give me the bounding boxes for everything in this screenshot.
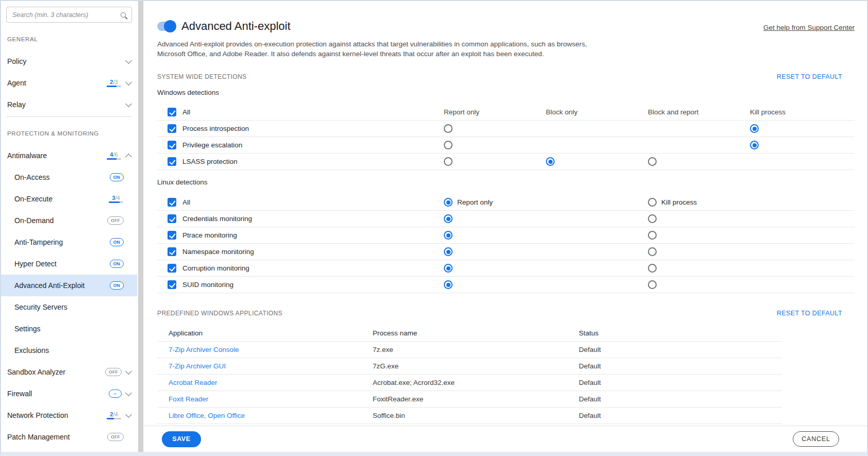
sidebar-item-firewall[interactable]: Firewall– — [1, 383, 137, 404]
detection-row: AllReport onlyBlock onlyBlock and report… — [157, 104, 855, 121]
checkbox-credentials-monitoring[interactable] — [168, 214, 176, 223]
radio-report-only[interactable] — [444, 214, 453, 223]
radio-report-only[interactable] — [444, 157, 453, 166]
progress-badge: 2/4 — [106, 411, 122, 419]
radio-report-only[interactable] — [444, 247, 453, 256]
sidebar-item-meta: ON — [110, 173, 124, 181]
sidebar-item-meta: 4/6 — [106, 151, 131, 160]
sidebar-item-on-execute[interactable]: On-Execute3/4 — [1, 188, 137, 210]
checkbox-privilege-escalation[interactable] — [168, 141, 176, 149]
linux-detections-table: AllReport onlyKill processCredentials mo… — [157, 194, 855, 293]
progress-badge-text: 2/3 — [110, 79, 118, 85]
sidebar-item-antimalware[interactable]: Antimalware4/6 — [1, 145, 137, 166]
status-badge-on: ON — [110, 260, 124, 268]
radio-report-only[interactable] — [444, 141, 453, 149]
progress-badge-text: 2/4 — [110, 411, 118, 417]
detection-row: Corruption monitoring — [157, 260, 855, 277]
process-name: FoxitReader.exe — [373, 395, 579, 403]
sidebar-search — [6, 7, 132, 23]
radio-block-only[interactable] — [546, 157, 555, 166]
checkbox-all[interactable] — [168, 108, 176, 116]
radio-report-only[interactable] — [444, 280, 453, 289]
search-input[interactable] — [11, 11, 121, 19]
column-header-application: Application — [169, 329, 373, 337]
reset-to-default-button[interactable]: RESET TO DEFAULT — [777, 73, 842, 80]
sidebar-item-sandbox-analyzer[interactable]: Sandbox AnalyzerOFF — [1, 361, 137, 383]
save-button[interactable]: SAVE — [162, 431, 201, 447]
detection-label: Ptrace monitoring — [182, 231, 237, 239]
sidebar-item-security-servers[interactable]: Security Servers — [1, 296, 137, 318]
radio-report-only[interactable] — [444, 231, 453, 240]
process-name: 7zG.exe — [373, 362, 579, 370]
radio-kill-process[interactable] — [648, 247, 657, 256]
detection-label: Corruption monitoring — [182, 264, 249, 272]
sidebar-item-meta: 3/4 — [108, 195, 124, 203]
sidebar-item-advanced-anti-exploit[interactable]: Advanced Anti-ExploitON — [1, 275, 137, 296]
sidebar-item-exclusions[interactable]: Exclusions — [1, 340, 137, 361]
app-link-libre-office-open-office[interactable]: Libre Office, Open Office — [169, 412, 245, 419]
radio-report-only[interactable] — [444, 198, 453, 207]
checkbox-ptrace-monitoring[interactable] — [168, 231, 176, 240]
radio-kill-process[interactable] — [648, 198, 657, 207]
sidebar-item-meta — [126, 104, 131, 106]
detection-label: LSASS protection — [182, 158, 238, 165]
radio-kill-process[interactable] — [648, 264, 657, 273]
radio-kill-process[interactable] — [648, 214, 657, 223]
sidebar-item-on-demand[interactable]: On-DemandOFF — [1, 210, 137, 231]
sidebar-item-anti-tampering[interactable]: Anti-TamperingON — [1, 231, 137, 253]
app-link-foxit-reader[interactable]: Foxit Reader — [169, 395, 208, 403]
sidebar-item-label: Policy — [7, 57, 26, 65]
radio-report-only[interactable] — [444, 264, 453, 273]
sidebar-item-meta: OFF — [105, 368, 131, 376]
app-link-acrobat-reader[interactable]: Acrobat Reader — [169, 379, 218, 386]
sidebar-item-policy[interactable]: Policy — [1, 50, 137, 72]
radio-kill-process[interactable] — [648, 231, 657, 240]
detection-label: Credentials monitoring — [182, 215, 252, 223]
sidebar-item-meta: ON — [110, 281, 124, 290]
sidebar-divider — [6, 116, 132, 117]
advanced-anti-exploit-toggle[interactable] — [157, 22, 175, 31]
sidebar-item-on-access[interactable]: On-AccessON — [1, 166, 137, 188]
checkbox-suid-monitoring[interactable] — [168, 280, 176, 289]
checkbox-process-introspection[interactable] — [168, 124, 176, 133]
sidebar-item-label: On-Demand — [14, 216, 54, 225]
checkbox-lsass-protection[interactable] — [168, 157, 176, 166]
sidebar-item-label: Firewall — [7, 390, 32, 398]
sidebar-item-relay[interactable]: Relay — [1, 94, 137, 115]
radio-kill-process[interactable] — [750, 141, 759, 149]
radio-kill-process[interactable] — [750, 124, 759, 133]
status-badge-off: OFF — [107, 433, 124, 441]
section-label: PREDEFINED WINDOWS APPLICATIONS — [157, 310, 282, 317]
detection-label: SUID monitoring — [182, 281, 233, 289]
search-icon — [121, 12, 126, 18]
detection-row: Ptrace monitoring — [157, 227, 855, 244]
status-badge-on: ON — [110, 281, 124, 290]
sidebar-item-meta: – — [109, 390, 131, 398]
predefined-apps-section-header: PREDEFINED WINDOWS APPLICATIONS RESET TO… — [157, 310, 855, 317]
app-link-7-zip-archiver-console[interactable]: 7-Zip Archiver Console — [169, 346, 239, 353]
sidebar-item-agent[interactable]: Agent2/3 — [1, 72, 137, 94]
sidebar-item-label: Relay — [7, 100, 26, 109]
sidebar-item-label: Hyper Detect — [14, 260, 57, 268]
support-center-link[interactable]: Get help from Support Center — [763, 24, 855, 31]
sidebar-item-label: On-Access — [14, 173, 49, 181]
app-link-7-zip-archiver-gui[interactable]: 7-Zip Archiver GUI — [169, 362, 226, 370]
sidebar-item-label: Settings — [14, 325, 41, 333]
process-name: Soffice.bin — [373, 412, 579, 419]
cancel-button[interactable]: CANCEL — [793, 431, 839, 447]
radio-kill-process[interactable] — [648, 280, 657, 289]
checkbox-namespace-monitoring[interactable] — [168, 247, 176, 256]
sidebar-item-patch-management[interactable]: Patch ManagementOFF — [1, 426, 137, 448]
checkbox-all[interactable] — [168, 198, 176, 207]
status-badge-partial: – — [109, 390, 122, 398]
scrollbar-thumb[interactable] — [138, 1, 143, 452]
sidebar-item-settings[interactable]: Settings — [1, 318, 137, 340]
reset-to-default-button[interactable]: RESET TO DEFAULT — [777, 310, 842, 317]
radio-report-only[interactable] — [444, 124, 453, 133]
settings-sidebar: GENERALPolicyAgent2/3RelayPROTECTION & M… — [1, 1, 137, 452]
checkbox-corruption-monitoring[interactable] — [168, 264, 176, 273]
sidebar-item-hyper-detect[interactable]: Hyper DetectON — [1, 253, 137, 275]
sidebar-scrollbar[interactable] — [137, 1, 144, 452]
sidebar-item-network-protection[interactable]: Network Protection2/4 — [1, 404, 137, 426]
radio-block-and-report[interactable] — [648, 157, 657, 166]
